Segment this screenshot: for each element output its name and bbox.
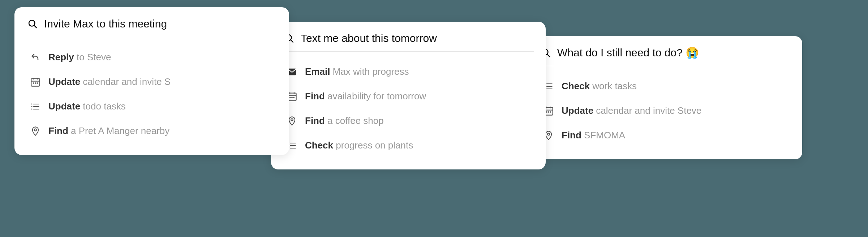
list-item[interactable]: Find SFMOMA: [539, 123, 791, 148]
search-icon: [26, 17, 39, 30]
card-3-query[interactable]: What do I still need to do? 😭: [557, 46, 699, 59]
list-item[interactable]: Update calendar and invite Steve: [539, 99, 791, 123]
suggestion-text: Find a Pret A Manger nearby: [48, 125, 169, 137]
card-1-header: Invite Max to this meeting: [26, 17, 278, 37]
list-item[interactable]: Check progress on plants: [283, 133, 534, 158]
list-item[interactable]: Find a coffee shop: [283, 109, 534, 133]
svg-rect-37: [293, 97, 295, 98]
list-item[interactable]: Find a Pret A Manger nearby: [26, 119, 278, 143]
svg-point-38: [291, 119, 293, 121]
list-item[interactable]: Reply to Steve: [26, 45, 278, 70]
suggestion-text: Update calendar and invite Steve: [562, 105, 701, 117]
card-1-query[interactable]: Invite Max to this meeting: [44, 17, 167, 30]
suggestion-text: Find availability for tomorrow: [305, 90, 426, 103]
card-3-suggestions: Check work tasksUpdate calendar and invi…: [539, 74, 791, 148]
svg-rect-56: [548, 111, 549, 113]
svg-rect-21: [35, 82, 36, 84]
svg-point-25: [31, 106, 33, 107]
card-2-header: Text me about this tomorrow: [283, 32, 534, 52]
calendar-icon: [29, 76, 42, 89]
suggestion-text: Find a coffee shop: [305, 115, 384, 127]
location-icon: [29, 125, 42, 138]
svg-rect-57: [550, 111, 551, 113]
card-2-query[interactable]: Text me about this tomorrow: [301, 32, 437, 45]
reply-icon: [29, 51, 42, 64]
list-item[interactable]: Check work tasks: [539, 74, 791, 99]
suggestion-text: Email Max with progress: [305, 66, 409, 78]
svg-point-58: [547, 133, 550, 135]
card-1-suggestions: Reply to SteveUpdate calendar and invite…: [26, 45, 278, 143]
svg-rect-55: [546, 111, 547, 113]
card-2-suggestions: Email Max with progressFind availability…: [283, 60, 534, 158]
svg-point-27: [31, 109, 33, 110]
suggestion-text: Find SFMOMA: [562, 129, 625, 142]
search-card-2: Text me about this tomorrowEmail Max wit…: [271, 22, 546, 169]
suggestion-text: Check progress on plants: [305, 139, 413, 152]
suggestion-text: Reply to Steve: [48, 51, 111, 64]
list-item[interactable]: Update calendar and invite S: [26, 70, 278, 94]
svg-rect-36: [291, 97, 293, 98]
svg-rect-20: [33, 82, 34, 84]
svg-rect-22: [37, 82, 38, 84]
svg-point-23: [31, 104, 33, 105]
cards-wrapper: Invite Max to this meetingReply to Steve…: [14, 7, 854, 169]
list-item[interactable]: Update todo tasks: [26, 94, 278, 119]
card-3-header: What do I still need to do? 😭: [539, 46, 791, 66]
svg-rect-35: [289, 97, 291, 98]
search-card-1: Invite Max to this meetingReply to Steve…: [14, 7, 289, 155]
search-card-3: What do I still need to do? 😭Check work …: [528, 36, 802, 159]
list-item[interactable]: Find availability for tomorrow: [283, 84, 534, 109]
suggestion-text: Update todo tasks: [48, 100, 126, 113]
suggestion-text: Update calendar and invite S: [48, 76, 171, 88]
list-icon: [29, 100, 42, 113]
suggestion-text: Check work tasks: [562, 80, 637, 92]
list-item[interactable]: Email Max with progress: [283, 60, 534, 84]
svg-point-29: [34, 129, 36, 131]
